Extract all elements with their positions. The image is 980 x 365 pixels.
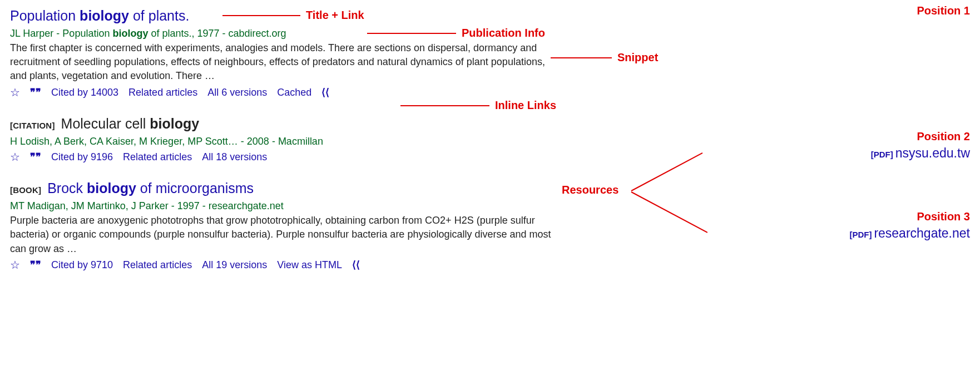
annotation-snippet: Snippet [551,51,658,64]
related-articles-link[interactable]: Related articles [123,258,192,272]
book-tag: BOOK [10,185,41,195]
result-title-text: Molecular cell biology [61,116,200,131]
resource-domain: researchgate.net [874,226,970,240]
star-icon[interactable]: ☆ [10,151,20,162]
result-snippet: Purple bacteria are anoxygenic phototrop… [10,214,555,256]
search-result: BOOK Brock biology of microorganisms MT … [10,179,566,272]
position-label-3: Position 3 [917,210,970,223]
result-title-link[interactable]: Brock biology of microorganisms [47,180,254,196]
star-icon[interactable]: ☆ [10,87,20,98]
position-label-1: Position 1 [917,4,970,17]
cited-by-link[interactable]: Cited by 9196 [51,150,113,164]
publication-info: H Lodish, A Berk, CA Kaiser, M Krieger, … [10,135,566,148]
related-articles-link[interactable]: Related articles [128,86,197,99]
resource-link-2[interactable]: PDFnsysu.edu.tw [871,146,970,160]
cite-icon[interactable]: ❞❞ [30,260,41,270]
pdf-tag-icon: PDF [849,230,872,239]
annotation-title-link: Title + Link [222,9,364,22]
resource-link-3[interactable]: PDFresearchgate.net [849,226,970,240]
pdf-tag-icon: PDF [871,150,893,159]
cited-by-link[interactable]: Cited by 14003 [51,86,118,99]
result-title-link[interactable]: Population biology of plants. [10,8,189,23]
annotation-inline-links: Inline Links [400,99,556,112]
search-result: CITATION Molecular cell biology H Lodish… [10,115,566,164]
connector-line [631,152,703,191]
all-versions-link[interactable]: All 19 versions [202,258,267,272]
view-html-link[interactable]: View as HTML [277,258,342,272]
position-label-2: Position 2 [917,130,970,142]
resource-domain: nsysu.edu.tw [895,146,970,160]
cited-by-link[interactable]: Cited by 9710 [51,258,113,272]
inline-links-row: ☆ ❞❞ Cited by 14003 Related articles All… [10,86,566,99]
publication-info: MT Madigan, JM Martinko, J Parker - 1997… [10,199,566,213]
annotation-resources: Resources [562,184,618,196]
cite-icon[interactable]: ❞❞ [30,87,41,97]
annotation-publication-info: Publication Info [367,27,545,40]
citation-tag: CITATION [10,121,55,130]
inline-links-row: ☆ ❞❞ Cited by 9196 Related articles All … [10,150,566,164]
all-versions-link[interactable]: All 18 versions [202,150,267,164]
cite-icon[interactable]: ❞❞ [30,152,41,162]
chevron-left-icon[interactable]: ⟨⟨ [321,86,329,99]
related-articles-link[interactable]: Related articles [123,150,192,164]
all-versions-link[interactable]: All 6 versions [207,86,267,99]
cached-link[interactable]: Cached [277,86,311,99]
inline-links-row: ☆ ❞❞ Cited by 9710 Related articles All … [10,258,566,272]
result-snippet: The first chapter is concerned with expe… [10,41,555,83]
chevron-left-icon[interactable]: ⟨⟨ [352,258,360,272]
star-icon[interactable]: ☆ [10,259,20,270]
